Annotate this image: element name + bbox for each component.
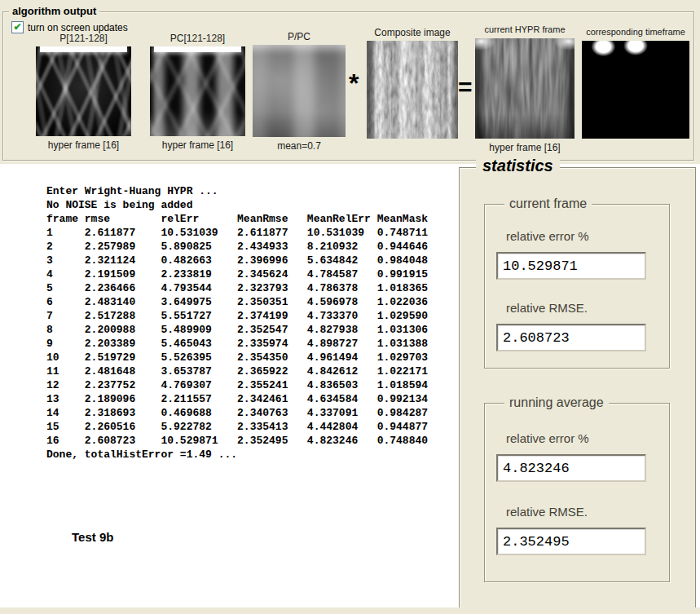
panel-hypr: current HYPR frame hyper frame [16] (475, 24, 575, 153)
panel-timeframe-label: corresponding timeframe (582, 27, 689, 41)
test-label: Test 9b (72, 530, 113, 544)
pc-image-highlight (154, 46, 242, 52)
panel-ppc: P/PC mean=0.7 (253, 31, 346, 152)
algorithm-output-title: algorithm output (9, 5, 99, 17)
running-average-rmse-field[interactable] (496, 528, 646, 555)
panel-hypr-caption: hyper frame [16] (475, 142, 575, 153)
screen-updates-checkbox[interactable]: ✔ (11, 21, 24, 33)
hypr-frame-image (475, 38, 575, 139)
composite-overlay (367, 41, 458, 139)
equals-operator: = (458, 73, 473, 101)
current-frame-rel-error-label: relative error % (506, 229, 589, 243)
algorithm-output-panel: algorithm output ✔ turn on screen update… (0, 0, 700, 164)
p-image (36, 46, 131, 136)
pc-image-texture (150, 46, 245, 136)
current-frame-rmse-field[interactable] (496, 324, 646, 351)
statistics-title: statistics (476, 157, 560, 175)
p-image-texture (36, 46, 131, 136)
panel-ppc-label: P/PC (253, 31, 346, 45)
figure-bottom-strip (0, 607, 700, 614)
panel-pc-caption: hyper frame [16] (150, 139, 245, 151)
current-frame-title: current frame (504, 197, 592, 211)
panel-composite-label: Composite image (367, 27, 458, 41)
ppc-image-texture (253, 45, 346, 137)
panel-p-label: P[121-128] (36, 33, 131, 46)
panel-ppc-caption: mean=0.7 (253, 140, 346, 152)
running-average-title: running average (504, 395, 609, 410)
matlab-figure-window: algorithm output ✔ turn on screen update… (0, 0, 700, 614)
running-average-group: running average relative error % relativ… (484, 403, 670, 582)
ppc-image (253, 45, 346, 137)
running-average-rel-error-field[interactable] (496, 454, 646, 482)
p-image-highlight (40, 46, 128, 52)
hypr-overlay (475, 38, 575, 139)
panel-pc: PC[121-128] hyper frame [16] (150, 33, 245, 151)
running-average-rel-error-label: relative error % (506, 431, 589, 445)
current-frame-rel-error-field[interactable] (496, 252, 646, 280)
check-icon: ✔ (13, 22, 21, 32)
current-frame-rmse-label: relative RMSE. (506, 301, 588, 315)
panel-timeframe: corresponding timeframe (582, 27, 689, 139)
multiply-operator: * (349, 68, 359, 99)
running-average-rmse-label: relative RMSE. (506, 505, 588, 519)
console-output: Enter Wright-Huang HYPR ... No NOISE is … (46, 184, 428, 462)
panel-composite: Composite image (367, 27, 458, 139)
panel-pc-label: PC[121-128] (150, 33, 245, 46)
statistics-panel: statistics current frame relative error … (459, 167, 696, 609)
timeframe-image (582, 41, 689, 139)
panel-hypr-label: current HYPR frame (475, 24, 575, 38)
composite-image (367, 41, 458, 139)
screen-updates-checkbox-row: ✔ turn on screen updates (11, 21, 128, 33)
current-frame-group: current frame relative error % relative … (484, 204, 670, 369)
panel-p-caption: hyper frame [16] (36, 139, 131, 151)
pc-image (150, 46, 245, 136)
screen-updates-label: turn on screen updates (28, 22, 128, 33)
panel-p: P[121-128] hyper frame [16] (36, 33, 131, 151)
